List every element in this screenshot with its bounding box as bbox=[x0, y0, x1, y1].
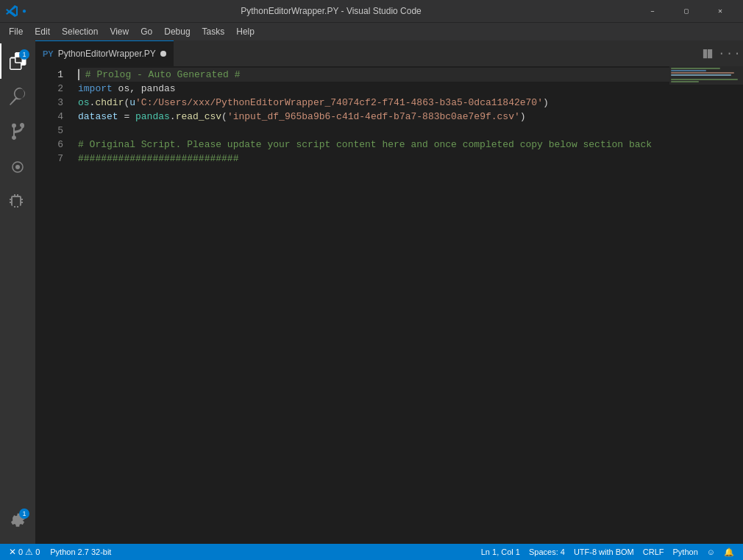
activity-bottom: 1 bbox=[0, 503, 35, 544]
search-icon bbox=[9, 88, 26, 105]
more-actions-button[interactable]: ··· bbox=[719, 43, 740, 64]
code-token: dataset bbox=[78, 110, 118, 124]
menu-edit[interactable]: Edit bbox=[29, 25, 56, 38]
tabbar: PY PythonEditorWrapper.PY ··· bbox=[35, 40, 743, 66]
tabbar-actions: ··· bbox=[697, 40, 743, 66]
code-line-2: import os, pandas bbox=[78, 82, 669, 96]
code-token: os bbox=[78, 96, 90, 110]
main-area: 1 bbox=[0, 40, 743, 544]
menu-go[interactable]: Go bbox=[135, 25, 158, 38]
line-num-7: 7 bbox=[35, 152, 63, 166]
minimap-slider bbox=[669, 66, 743, 85]
line-num-6: 6 bbox=[35, 138, 63, 152]
code-line-7: ############################ bbox=[78, 152, 669, 166]
statusbar-language[interactable]: Python bbox=[669, 544, 703, 560]
code-token: import bbox=[78, 82, 113, 96]
error-icon: ✕ bbox=[9, 547, 16, 557]
code-token bbox=[78, 124, 84, 138]
warning-count: 0 bbox=[35, 547, 40, 556]
statusbar-left: ✕ 0 ⚠ 0 Python 2.7 32-bit bbox=[4, 544, 115, 560]
activity-search[interactable] bbox=[0, 79, 35, 114]
tab-modified-dot bbox=[160, 51, 166, 57]
activity-source-control[interactable] bbox=[0, 114, 35, 149]
statusbar-position[interactable]: Ln 1, Col 1 bbox=[477, 544, 525, 560]
activity-settings[interactable]: 1 bbox=[0, 503, 35, 538]
tab-language-icon: PY bbox=[43, 49, 54, 58]
menu-view[interactable]: View bbox=[104, 25, 135, 38]
maximize-button[interactable]: ▢ bbox=[669, 0, 703, 22]
menu-debug[interactable]: Debug bbox=[158, 25, 196, 38]
titlebar: ● PythonEditorWrapper.PY - Visual Studio… bbox=[0, 0, 743, 22]
menu-help[interactable]: Help bbox=[230, 25, 260, 38]
statusbar-line-ending[interactable]: CRLF bbox=[639, 544, 669, 560]
svg-point-1 bbox=[15, 165, 20, 169]
activity-debug[interactable] bbox=[0, 149, 35, 185]
titlebar-title: PythonEditorWrapper.PY - Visual Studio C… bbox=[31, 6, 631, 16]
line-num-5: 5 bbox=[35, 124, 63, 138]
statusbar-encoding[interactable]: UTF-8 with BOM bbox=[569, 544, 639, 560]
statusbar-spaces[interactable]: Spaces: 4 bbox=[525, 544, 569, 560]
line-num-4: 4 bbox=[35, 110, 63, 124]
activity-extensions[interactable] bbox=[0, 185, 35, 220]
code-token: 'C:/Users/xxx/PythonEditorWrapper_74074c… bbox=[135, 96, 543, 110]
code-token: ) bbox=[520, 110, 526, 124]
split-editor-icon bbox=[703, 49, 713, 59]
menubar: File Edit Selection View Go Debug Tasks … bbox=[0, 22, 743, 40]
statusbar-python-version[interactable]: Python 2.7 32-bit bbox=[46, 544, 115, 560]
code-content[interactable]: # Prolog - Auto Generated # import os, p… bbox=[72, 66, 669, 544]
source-control-icon bbox=[9, 123, 26, 141]
code-line-1: # Prolog - Auto Generated # bbox=[78, 68, 669, 82]
bell-icon: 🔔 bbox=[724, 547, 734, 557]
statusbar-smiley[interactable]: ☺ bbox=[703, 544, 719, 560]
statusbar-errors[interactable]: ✕ 0 ⚠ 0 bbox=[4, 544, 44, 560]
menu-file[interactable]: File bbox=[3, 25, 29, 38]
code-token: chdir bbox=[95, 96, 124, 110]
line-numbers: 1 2 3 4 5 6 7 bbox=[35, 66, 72, 544]
code-token: ############################ bbox=[78, 152, 238, 166]
code-token: os, pandas bbox=[113, 82, 176, 96]
code-token: # Prolog - Auto Generated # bbox=[79, 68, 240, 82]
code-token: ( bbox=[221, 110, 227, 124]
statusbar-notifications[interactable]: 🔔 bbox=[719, 544, 739, 560]
code-line-3: os.chdir(u'C:/Users/xxx/PythonEditorWrap… bbox=[78, 96, 669, 110]
menu-selection[interactable]: Selection bbox=[56, 25, 104, 38]
minimize-button[interactable]: – bbox=[636, 0, 669, 22]
code-token: 'input_df_965ba9b6-c41d-4edf-b7a7-883bc0… bbox=[227, 110, 520, 124]
code-token: . bbox=[90, 96, 96, 110]
code-editor[interactable]: 1 2 3 4 5 6 7 # Prolog - Auto Generated … bbox=[35, 66, 743, 544]
split-editor-button[interactable] bbox=[697, 43, 718, 64]
statusbar: ✕ 0 ⚠ 0 Python 2.7 32-bit Ln 1, Col 1 Sp… bbox=[0, 544, 743, 560]
menu-tasks[interactable]: Tasks bbox=[196, 25, 231, 38]
extensions-icon bbox=[9, 194, 26, 211]
code-token: u bbox=[129, 96, 135, 110]
ellipsis-icon: ··· bbox=[718, 47, 742, 60]
code-token: pandas bbox=[135, 110, 170, 124]
code-token: ( bbox=[124, 96, 129, 110]
editor-area: PY PythonEditorWrapper.PY ··· 1 2 bbox=[35, 40, 743, 544]
line-num-2: 2 bbox=[35, 82, 63, 96]
code-line-4: dataset = pandas.read_csv('input_df_965b… bbox=[78, 110, 669, 124]
code-token: = bbox=[118, 110, 135, 124]
close-button[interactable]: ✕ bbox=[703, 0, 737, 22]
explorer-badge: 1 bbox=[19, 49, 29, 60]
error-count: 0 bbox=[18, 547, 23, 556]
code-token: read_csv bbox=[176, 110, 221, 124]
line-num-1: 1 bbox=[35, 68, 63, 82]
code-line-6: # Original Script. Please update your sc… bbox=[78, 138, 669, 152]
activity-explorer[interactable]: 1 bbox=[0, 43, 35, 79]
code-token: . bbox=[170, 110, 176, 124]
statusbar-right: Ln 1, Col 1 Spaces: 4 UTF-8 with BOM CRL… bbox=[477, 544, 739, 560]
editor-tab[interactable]: PY PythonEditorWrapper.PY bbox=[35, 40, 174, 66]
debug-icon bbox=[9, 158, 26, 176]
vscode-icon bbox=[6, 5, 18, 17]
tab-filename: PythonEditorWrapper.PY bbox=[58, 49, 156, 59]
settings-badge: 1 bbox=[19, 508, 29, 519]
window-controls: – ▢ ✕ bbox=[636, 0, 737, 22]
titlebar-dot: ● bbox=[22, 7, 26, 15]
minimap bbox=[669, 66, 743, 544]
warning-icon: ⚠ bbox=[25, 547, 33, 557]
activity-bar: 1 bbox=[0, 40, 35, 544]
code-line-5 bbox=[78, 124, 669, 138]
code-token: ) bbox=[543, 96, 549, 110]
line-num-3: 3 bbox=[35, 96, 63, 110]
